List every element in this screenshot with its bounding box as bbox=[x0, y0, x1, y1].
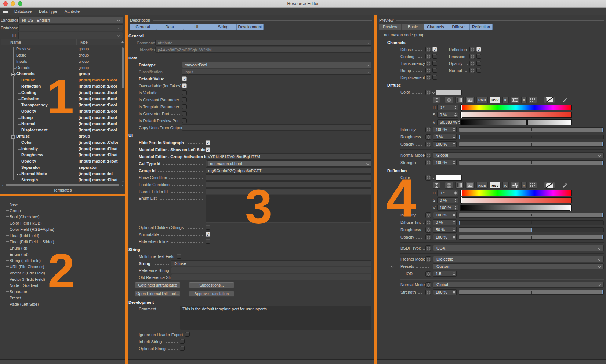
text-input-show-condition[interactable] bbox=[206, 174, 371, 181]
minimize-button[interactable] bbox=[11, 1, 15, 6]
gradient-bar-marker[interactable] bbox=[527, 119, 527, 125]
gradient-bar-marker[interactable] bbox=[461, 197, 462, 203]
tree-row[interactable]: Opacity[input] maxon::Float bbox=[1, 158, 124, 164]
value-slider[interactable] bbox=[459, 228, 604, 232]
template-item[interactable]: Group bbox=[1, 207, 124, 214]
port-toggle[interactable] bbox=[425, 61, 431, 66]
value-spinner[interactable]: 0 ° bbox=[437, 105, 458, 110]
emission-checkbox[interactable] bbox=[476, 54, 481, 59]
value-spinner[interactable]: 100 % bbox=[437, 205, 458, 211]
port-toggle[interactable] bbox=[425, 220, 431, 225]
port-toggle[interactable] bbox=[425, 74, 431, 80]
port-toggle[interactable] bbox=[469, 61, 475, 66]
displacement-checkbox[interactable] bbox=[432, 75, 437, 80]
tree-row[interactable]: Strength[input] maxon::Float bbox=[1, 176, 124, 183]
reflection-checkbox[interactable] bbox=[476, 47, 481, 52]
color-wheel-icon[interactable] bbox=[445, 182, 453, 189]
spinner-arrows-icon[interactable] bbox=[453, 142, 455, 146]
sat-gradient-bar[interactable] bbox=[460, 112, 572, 118]
spinner-arrows-icon[interactable] bbox=[453, 221, 455, 224]
tree-row[interactable]: Separatorseparator bbox=[1, 164, 124, 170]
template-item[interactable]: Page (Left Side) bbox=[1, 301, 124, 307]
color-mode-hex-button[interactable]: # bbox=[521, 97, 527, 103]
collapse-icon[interactable] bbox=[11, 135, 15, 139]
is-variadic-checkbox[interactable] bbox=[182, 90, 187, 95]
spinner-arrows-icon[interactable] bbox=[453, 135, 455, 139]
port-toggle[interactable] bbox=[469, 54, 475, 59]
color-mode-rgb-button[interactable]: RGB bbox=[476, 182, 488, 189]
value-slider[interactable] bbox=[459, 160, 604, 165]
is-converter-port-checkbox[interactable] bbox=[182, 111, 187, 116]
tab-general[interactable]: General bbox=[130, 24, 156, 30]
slider-handle[interactable] bbox=[602, 161, 603, 165]
menu-item-database[interactable]: Database bbox=[14, 9, 32, 14]
port-toggle[interactable] bbox=[425, 68, 431, 73]
template-item[interactable]: New bbox=[1, 201, 124, 207]
inherit-string-checkbox[interactable] bbox=[180, 339, 185, 344]
hamburger-menu-icon[interactable] bbox=[2, 9, 9, 14]
tab-preview[interactable]: Preview bbox=[379, 24, 402, 30]
normal-mode-select[interactable]: Global bbox=[433, 152, 604, 158]
port-toggle[interactable] bbox=[425, 271, 431, 277]
tree-row[interactable]: Basicgroup bbox=[1, 52, 124, 58]
value-spinner[interactable]: 0 ° bbox=[437, 190, 458, 196]
tab-basic[interactable]: Basic bbox=[402, 24, 424, 30]
spinner-arrows-icon[interactable] bbox=[453, 235, 455, 239]
tree-row[interactable]: Intensity[input] maxon::Float bbox=[1, 145, 124, 152]
presets-expander-icon[interactable] bbox=[391, 265, 394, 267]
command-select[interactable]: attribute bbox=[155, 40, 371, 46]
slider-handle[interactable] bbox=[459, 221, 460, 225]
tab-development[interactable]: Development bbox=[237, 24, 264, 30]
color-mode-k-button[interactable]: K bbox=[502, 182, 509, 189]
gradient-bar-marker[interactable] bbox=[461, 190, 462, 196]
template-item[interactable]: Bool (Checkbox) bbox=[1, 214, 124, 220]
hide-when-inline-checkbox[interactable] bbox=[206, 239, 210, 244]
slider-handle[interactable] bbox=[602, 128, 603, 132]
language-select[interactable]: en-US - English bbox=[18, 17, 123, 23]
spinner-arrows-icon[interactable] bbox=[453, 272, 455, 276]
slider-handle[interactable] bbox=[602, 213, 603, 217]
value-spinner[interactable]: 50 % bbox=[433, 227, 457, 233]
is-default-preview-port-checkbox[interactable] bbox=[182, 118, 187, 123]
sliders-icon[interactable] bbox=[511, 182, 519, 189]
material-editor-show-on-left-side-checkbox[interactable] bbox=[206, 147, 210, 152]
expand-icon[interactable] bbox=[16, 173, 19, 176]
overwritable-for-takes--checkbox[interactable] bbox=[182, 83, 187, 88]
eyedropper-icon[interactable] bbox=[561, 97, 569, 103]
open-external-diff-tool-button[interactable]: Open External Diff Tool... bbox=[135, 291, 180, 297]
optional-string-checkbox[interactable] bbox=[180, 346, 185, 351]
value-spinner[interactable]: 100 % bbox=[433, 160, 457, 165]
slider-handle[interactable] bbox=[531, 228, 532, 232]
gradient-icon[interactable] bbox=[455, 97, 464, 103]
approve-translation-button[interactable]: Approve Translation bbox=[189, 291, 234, 297]
value-slider[interactable] bbox=[459, 127, 604, 132]
image-icon[interactable] bbox=[465, 182, 475, 189]
opacity-checkbox[interactable] bbox=[476, 61, 481, 66]
port-toggle[interactable] bbox=[469, 47, 475, 52]
port-toggle[interactable] bbox=[425, 127, 431, 132]
value-spinner[interactable]: 1.5 bbox=[433, 271, 457, 277]
spinner-arrows-icon[interactable] bbox=[453, 290, 455, 294]
tab-ui[interactable]: UI bbox=[183, 24, 210, 30]
sat-gradient-bar[interactable] bbox=[460, 197, 572, 203]
text-input-old-reference-string[interactable] bbox=[171, 274, 371, 280]
value-spinner[interactable]: 0 % bbox=[433, 219, 457, 225]
value-spinner[interactable]: 100 % bbox=[433, 212, 457, 218]
scroll-right-icon[interactable]: › bbox=[120, 183, 124, 188]
port-toggle[interactable] bbox=[425, 160, 431, 165]
tree-row[interactable]: Color[input] maxon::Color bbox=[1, 139, 124, 145]
text-input-copy-units-from-outport[interactable] bbox=[182, 124, 371, 131]
tree-row[interactable]: Previewgroup bbox=[1, 46, 124, 52]
collapse-icon[interactable] bbox=[433, 182, 440, 189]
slider-handle[interactable] bbox=[459, 135, 460, 139]
ignore-on-header-export-checkbox[interactable] bbox=[185, 332, 190, 337]
spinner-arrows-icon[interactable] bbox=[453, 128, 455, 131]
spinner-arrows-icon[interactable] bbox=[454, 199, 457, 202]
panel-divider-horizontal[interactable] bbox=[0, 194, 125, 196]
port-toggle[interactable] bbox=[425, 256, 431, 262]
goto-next-untranslated-button[interactable]: Goto next untranslated bbox=[135, 282, 180, 288]
tree-row[interactable]: Roughness[input] maxon::Float bbox=[1, 152, 124, 158]
port-toggle[interactable] bbox=[469, 68, 475, 73]
collapse-icon[interactable] bbox=[433, 97, 440, 103]
coating-checkbox[interactable] bbox=[432, 54, 437, 59]
